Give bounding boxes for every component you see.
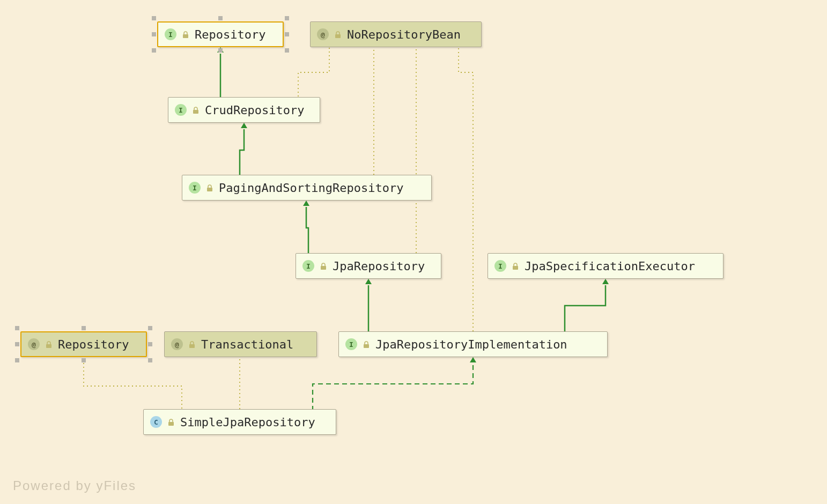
node-jparepoimpl[interactable]: IJpaRepositoryImplementation <box>338 331 608 357</box>
selection-handle[interactable] <box>82 326 86 330</box>
svg-rect-6 <box>46 344 51 348</box>
node-label: NoRepositoryBean <box>347 28 461 41</box>
node-norepobean[interactable]: @NoRepositoryBean <box>310 21 482 47</box>
lock-icon <box>334 28 342 41</box>
selection-handle[interactable] <box>15 342 19 346</box>
edge-paging-to-crud <box>240 129 244 175</box>
edge-jparepoimpl-to-jpaspec <box>565 285 606 331</box>
selection-handle[interactable] <box>152 16 156 20</box>
kind-icon: @ <box>28 338 40 350</box>
svg-rect-3 <box>207 188 212 191</box>
kind-icon: I <box>494 260 506 272</box>
selection-handle[interactable] <box>285 16 289 20</box>
node-label: SimpleJpaRepository <box>180 416 315 429</box>
selection-handle[interactable] <box>148 326 152 330</box>
svg-rect-7 <box>189 344 195 348</box>
lock-icon <box>320 260 327 273</box>
powered-by: Powered by yFiles <box>13 478 136 493</box>
svg-rect-9 <box>168 422 174 426</box>
svg-rect-2 <box>193 110 198 114</box>
kind-icon: @ <box>171 338 183 350</box>
selection-handle[interactable] <box>15 358 19 362</box>
lock-icon <box>188 338 196 351</box>
node-transactional[interactable]: @Transactional <box>164 331 317 357</box>
selection-handle[interactable] <box>285 32 289 36</box>
node-label: JpaRepositoryImplementation <box>375 338 567 351</box>
selection-handle[interactable] <box>148 342 152 346</box>
node-label: Repository <box>58 338 129 351</box>
lock-icon <box>182 28 189 41</box>
edge-layer <box>0 0 827 504</box>
kind-icon: @ <box>317 28 329 40</box>
node-label: JpaSpecificationExecutor <box>525 260 695 273</box>
svg-rect-8 <box>364 344 369 348</box>
selection-handle[interactable] <box>15 326 19 330</box>
lock-icon <box>192 103 200 117</box>
selection-handle[interactable] <box>152 32 156 36</box>
lock-icon <box>363 338 370 351</box>
arrowhead-icon <box>470 357 476 362</box>
kind-icon: I <box>302 260 314 272</box>
node-jpaspec[interactable]: IJpaSpecificationExecutor <box>488 253 723 279</box>
svg-rect-0 <box>183 34 188 38</box>
node-label: PagingAndSortingRepository <box>219 181 403 195</box>
selection-handle[interactable] <box>218 16 223 20</box>
arrowhead-icon <box>303 201 309 206</box>
lock-icon <box>45 338 53 351</box>
selection-handle[interactable] <box>82 358 86 362</box>
kind-icon: I <box>165 28 176 40</box>
node-label: CrudRepository <box>205 103 304 117</box>
selection-handle[interactable] <box>218 48 223 53</box>
selection-handle[interactable] <box>152 48 156 53</box>
lock-icon <box>167 416 175 429</box>
node-simplejpa[interactable]: CSimpleJpaRepository <box>143 409 336 435</box>
kind-icon: I <box>189 182 201 194</box>
arrowhead-icon <box>365 279 372 284</box>
diagram-canvas[interactable]: IRepository@NoRepositoryBeanICrudReposit… <box>0 0 827 504</box>
lock-icon <box>206 181 213 195</box>
arrowhead-icon <box>241 123 247 128</box>
node-jparepo[interactable]: IJpaRepository <box>296 253 441 279</box>
lock-icon <box>512 260 519 273</box>
node-paging[interactable]: IPagingAndSortingRepository <box>182 175 432 201</box>
kind-icon: C <box>150 416 162 428</box>
node-repo_anno[interactable]: @Repository <box>20 331 147 357</box>
arrowhead-icon <box>602 279 609 284</box>
kind-icon: I <box>175 104 187 116</box>
svg-rect-1 <box>335 34 341 38</box>
edge-simplejpa-to-jparepoimpl <box>313 364 473 435</box>
node-label: Transactional <box>201 338 293 351</box>
node-label: JpaRepository <box>333 260 425 273</box>
node-label: Repository <box>195 28 265 41</box>
selection-handle[interactable] <box>285 48 289 53</box>
kind-icon: I <box>345 338 357 350</box>
svg-rect-4 <box>321 266 326 270</box>
node-repository_iface[interactable]: IRepository <box>157 21 284 47</box>
svg-rect-5 <box>513 266 518 270</box>
edge-jparepoimpl-to-norepobean <box>459 47 473 331</box>
selection-handle[interactable] <box>148 358 152 362</box>
node-crud[interactable]: ICrudRepository <box>168 97 320 123</box>
